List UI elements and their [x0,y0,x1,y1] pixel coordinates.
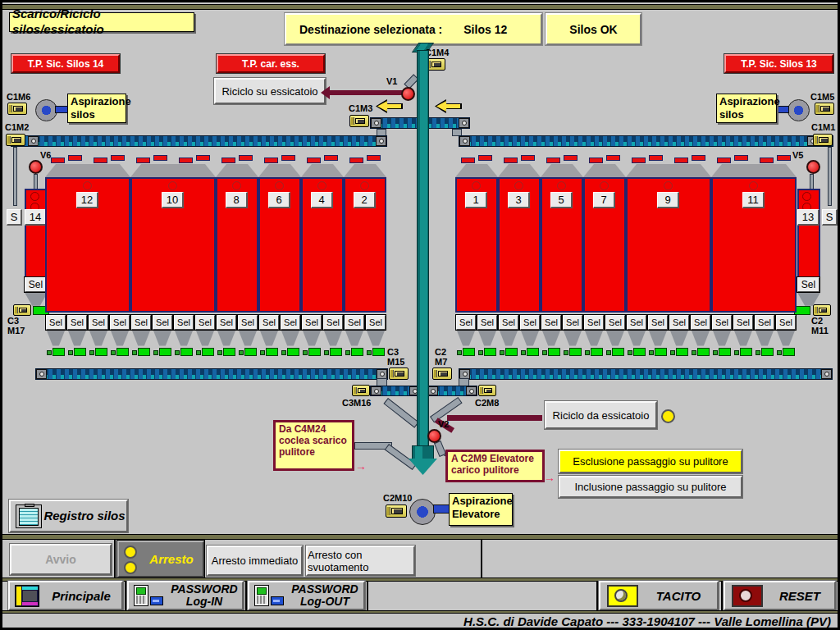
silo-vent-icon [664,181,673,190]
registro-silos-button[interactable]: Registro silos [9,500,128,532]
green-indicator [244,348,257,356]
motor-c1m2-label: C1M2 [5,123,34,133]
tp-sic-silos-14-button[interactable]: T.P. Sic. Silos 14 [11,54,120,73]
scada-screen: Scarico/Riciclo silos/essicatoio Destina… [2,2,838,628]
silo-number-button[interactable]: 11 [742,192,765,208]
sel-button[interactable]: Sel [281,315,300,330]
sel-button[interactable]: Sel [456,315,476,330]
valve-v6[interactable] [29,160,43,174]
sel-button[interactable]: Sel [366,315,386,330]
aspirazione-elevatore-label: Aspirazione Elevatore [449,493,513,526]
gate-indicator-icon [51,158,65,163]
silo-number-button[interactable]: 7 [593,192,615,208]
green-indicator [761,348,774,356]
green-connector-icon [649,350,654,355]
arresto-immediato-button[interactable]: Arresto immediato [207,546,303,576]
sel-button[interactable]: Sel [323,315,343,330]
silo-roof [455,164,498,177]
silo-vent-icon [514,181,523,190]
arresto-svuotamento-button[interactable]: Arresto con svuotamento [306,546,415,576]
silo-funnel [627,331,646,347]
gate-indicator-icon [692,155,705,161]
sel-button[interactable]: Sel [345,315,364,330]
silo-number-button[interactable]: 9 [657,192,679,208]
green-indicator [116,348,129,356]
silo-funnel [259,331,279,347]
sel-button[interactable]: Sel [733,315,753,330]
sel-button[interactable]: Sel [259,315,279,330]
sel-button[interactable]: Sel [691,315,710,330]
side-silo-14-number[interactable]: 14 [25,209,47,226]
esclusione-passaggio-button[interactable]: Esclusione passaggio su pulitore [559,450,742,473]
silo-vent-icon [232,181,241,190]
password-login-button[interactable]: PASSWORD Log-IN [127,581,244,610]
silo-number-button[interactable]: 5 [550,192,573,208]
motor-c1m2-icon [6,134,25,146]
sel-button[interactable]: Sel [302,315,322,330]
side-silo-13-sel-button[interactable]: Sel [797,277,819,292]
side-silo-13-s-button[interactable]: S [822,209,838,226]
sel-button[interactable]: Sel [605,315,625,330]
principale-button[interactable]: Principale [8,581,123,610]
sel-button[interactable]: Sel [669,315,689,330]
riciclo-su-essicatoio-button[interactable]: Riciclo su essicatoio [214,78,326,104]
silo-funnel [563,331,582,347]
motor-c1m3-icon [349,115,369,127]
sel-button[interactable]: Sel [131,315,151,330]
sel-button[interactable]: Sel [67,315,87,330]
silo-number-button[interactable]: 10 [162,192,184,208]
sel-button[interactable]: Sel [563,315,582,330]
green-indicator [633,348,646,356]
valve-v1[interactable] [401,87,415,101]
silo-number-button[interactable]: 4 [311,192,333,208]
side-silo-14-s-button[interactable]: S [7,209,22,226]
side-silo-13-number[interactable]: 13 [797,209,819,226]
sel-button[interactable]: Sel [627,315,646,330]
tp-car-ess-button[interactable]: T.P. car. ess. [217,54,325,73]
tp-sic-silos-13-button[interactable]: T.P. Sic. Silos 13 [724,54,833,73]
sel-button[interactable]: Sel [110,315,130,330]
silo-vent-icon [472,181,481,190]
inclusione-passaggio-button[interactable]: Inclusione passaggio su pulitore [559,476,742,498]
silo-number-button[interactable]: 12 [76,192,98,208]
avvio-button[interactable]: Avvio [10,544,112,575]
sel-button[interactable]: Sel [712,315,732,330]
silo-number-button[interactable]: 8 [226,192,248,208]
green-connector-icon [564,350,568,355]
silo-number-button[interactable]: 6 [268,192,290,208]
password-logout-button[interactable]: PASSWORD Log-OUT [248,581,365,610]
keypad-icon [254,585,269,606]
green-indicator [330,348,342,356]
sel-button[interactable]: Sel [238,315,258,330]
sel-button[interactable]: Sel [217,315,236,330]
tacito-button[interactable]: TACITO [599,581,719,610]
tacito-label: TACITO [641,582,715,609]
valve-v5[interactable] [806,160,820,174]
sel-button[interactable]: Sel [584,315,604,330]
side-silo-14-sel-button[interactable]: Sel [25,277,47,292]
sel-button[interactable]: Sel [89,315,108,330]
green-connector-icon [345,350,350,355]
riciclo-da-essicatoio-button[interactable]: Riciclo da essicatoio [545,401,657,429]
sel-button[interactable]: Sel [648,315,668,330]
sel-button[interactable]: Sel [499,315,518,330]
sel-button[interactable]: Sel [755,315,774,330]
sel-button[interactable]: Sel [541,315,561,330]
sel-button[interactable]: Sel [153,315,172,330]
password-label: PASSWORD [291,582,358,596]
valve-v2[interactable] [427,429,441,443]
green-indicator [351,348,363,356]
green-connector-icon [47,350,52,355]
sel-button[interactable]: Sel [776,315,796,330]
silo-number-button[interactable]: 2 [354,192,376,208]
sel-button[interactable]: Sel [46,315,66,330]
gate-indicator-icon [717,158,731,163]
sel-button[interactable]: Sel [174,315,194,330]
sel-button[interactable]: Sel [520,315,540,330]
reset-button[interactable]: RESET [724,581,836,610]
sel-button[interactable]: Sel [477,315,497,330]
silo-number-button[interactable]: 1 [465,192,487,208]
silo-group-right: 1SelSel3SelSel5SelSel7SelSel9SelSelSelSe… [455,154,797,359]
sel-button[interactable]: Sel [195,315,215,330]
silo-number-button[interactable]: 3 [508,192,530,208]
